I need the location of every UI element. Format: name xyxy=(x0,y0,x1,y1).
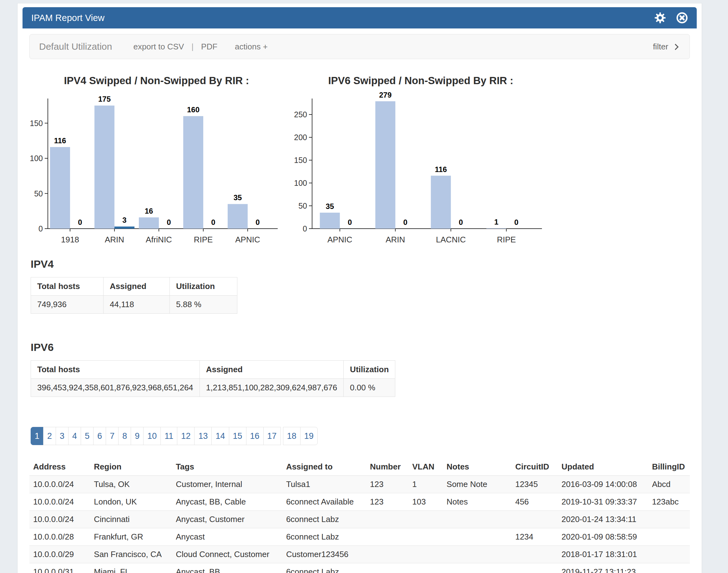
svg-text:35: 35 xyxy=(326,202,334,210)
filter-toggle[interactable]: filter xyxy=(653,42,678,52)
ipv4-total-hosts: 749,936 xyxy=(31,296,104,314)
table-row[interactable]: 10.0.0.0/31Miami, FLAnycast, BB6connect … xyxy=(30,563,690,573)
table-cell: 10.0.0.0/24 xyxy=(30,493,90,511)
svg-text:0: 0 xyxy=(256,218,260,226)
column-header: CircuitID xyxy=(512,458,558,476)
table-cell xyxy=(443,563,512,573)
table-cell xyxy=(366,546,408,563)
page-button-2[interactable]: 2 xyxy=(43,427,56,445)
table-cell: 2020-01-09 08:58:59 xyxy=(558,528,648,546)
svg-text:160: 160 xyxy=(187,105,200,114)
svg-text:0: 0 xyxy=(514,218,518,226)
table-cell xyxy=(648,528,690,546)
svg-text:250: 250 xyxy=(294,110,307,119)
page-button-10[interactable]: 10 xyxy=(143,427,161,445)
page-button-5[interactable]: 5 xyxy=(81,427,94,445)
table-row[interactable]: 10.0.0.0/28Frankfurt, GRAnycast6connect … xyxy=(30,528,690,546)
page-button-9[interactable]: 9 xyxy=(131,427,144,445)
svg-text:0: 0 xyxy=(459,218,463,226)
ipv4-chart-block: IPV4 Swipped / Non-Swipped By RIR : 0501… xyxy=(24,72,289,247)
table-row[interactable]: 10.0.0.0/24CincinnatiAnycast, Customer6c… xyxy=(30,511,690,528)
export-pdf-link[interactable]: PDF xyxy=(201,42,217,52)
page-button-16[interactable]: 16 xyxy=(246,427,264,445)
main-table: AddressRegionTagsAssigned toNumberVLANNo… xyxy=(30,458,690,573)
table-cell xyxy=(366,511,408,528)
page-button-7[interactable]: 7 xyxy=(106,427,118,445)
table-cell: 2018-01-17 18:31:01 xyxy=(558,546,648,563)
table-cell: 123 xyxy=(366,493,408,511)
svg-text:0: 0 xyxy=(403,218,407,226)
table-cell: 2019-10-31 09:33:37 xyxy=(558,493,648,511)
table-cell: 10.0.0.0/29 xyxy=(30,546,90,563)
table-cell: 6connect Labz xyxy=(282,528,366,546)
table-cell: 1 xyxy=(408,476,443,493)
page-button-12[interactable]: 12 xyxy=(177,427,194,445)
table-row[interactable]: 10.0.0.0/24London, UKAnycast, BB, Cable6… xyxy=(30,493,690,511)
table-cell xyxy=(648,546,690,563)
page-button-11[interactable]: 11 xyxy=(160,427,177,445)
ipv6-utilization: 0.00 % xyxy=(344,379,395,397)
svg-text:50: 50 xyxy=(34,189,43,198)
ipv6-heading: IPV6 xyxy=(31,341,695,354)
svg-text:APNIC: APNIC xyxy=(235,235,260,244)
column-header: VLAN xyxy=(408,458,443,476)
table-cell: Anycast, Customer xyxy=(172,511,282,528)
page-button-14[interactable]: 14 xyxy=(211,427,229,445)
table-row[interactable]: 10.0.0.0/24Tulsa, OKCustomer, InternalTu… xyxy=(30,476,690,493)
table-cell xyxy=(408,546,443,563)
table-row[interactable]: 10.0.0.0/29San Francisco, CACloud Connec… xyxy=(30,546,690,563)
page-button-6[interactable]: 6 xyxy=(93,427,106,445)
column-header: Updated xyxy=(558,458,648,476)
table-cell: Anycast xyxy=(172,528,282,546)
table-cell: Some Note xyxy=(443,476,512,493)
page-button-13[interactable]: 13 xyxy=(194,427,212,445)
ipv4-summary-table: Total hosts Assigned Utilization 749,936… xyxy=(31,277,237,314)
svg-text:35: 35 xyxy=(234,193,242,202)
table-cell: Frankfurt, GR xyxy=(90,528,172,546)
table-cell: 2020-01-24 13:34:11 xyxy=(558,511,648,528)
filter-label: filter xyxy=(653,42,668,52)
table-cell: 10.0.0.0/24 xyxy=(30,511,90,528)
ipv6-total-hosts: 396,453,924,358,601,876,923,968,651,264 xyxy=(31,379,200,397)
table-cell xyxy=(408,563,443,573)
svg-text:RIPE: RIPE xyxy=(194,235,213,244)
svg-text:0: 0 xyxy=(39,224,43,233)
table-cell xyxy=(366,528,408,546)
column-header: Assigned to xyxy=(282,458,366,476)
table-cell: Miami, FL xyxy=(90,563,172,573)
table-cell: 2016-03-09 14:00:08 xyxy=(558,476,648,493)
page-button-4[interactable]: 4 xyxy=(68,427,81,445)
svg-text:200: 200 xyxy=(294,133,307,142)
table-cell: London, UK xyxy=(90,493,172,511)
page-button-15[interactable]: 15 xyxy=(229,427,246,445)
svg-text:0: 0 xyxy=(303,224,307,233)
svg-text:150: 150 xyxy=(294,156,307,164)
gear-icon[interactable] xyxy=(653,11,667,25)
actions-menu[interactable]: actions + xyxy=(235,42,268,52)
page-button-18[interactable]: 18 xyxy=(283,427,300,445)
svg-text:0: 0 xyxy=(211,218,215,226)
page-button-17[interactable]: 17 xyxy=(263,427,281,445)
main-table-body: 10.0.0.0/24Tulsa, OKCustomer, InternalTu… xyxy=(30,476,690,573)
page-button-3[interactable]: 3 xyxy=(56,427,68,445)
svg-text:0: 0 xyxy=(78,218,82,226)
column-header: Assigned xyxy=(104,277,170,296)
table-cell: Cincinnati xyxy=(90,511,172,528)
page-button-19[interactable]: 19 xyxy=(300,427,318,445)
table-cell xyxy=(512,546,558,563)
table-row: 749,936 44,118 5.88 % xyxy=(31,296,237,314)
table-cell: 103 xyxy=(408,493,443,511)
table-cell: Anycast, BB xyxy=(172,563,282,573)
svg-text:AfriNIC: AfriNIC xyxy=(146,235,172,244)
column-header: Utilization xyxy=(170,277,237,296)
svg-text:LACNIC: LACNIC xyxy=(436,235,466,244)
table-cell: Notes xyxy=(443,493,512,511)
close-icon[interactable] xyxy=(675,11,689,25)
column-header: Number xyxy=(366,458,408,476)
export-csv-link[interactable]: export to CSV xyxy=(133,42,184,52)
table-cell: Tulsa, OK xyxy=(90,476,172,493)
table-cell xyxy=(443,528,512,546)
ipv4-assigned: 44,118 xyxy=(104,296,170,314)
page-button-8[interactable]: 8 xyxy=(118,427,131,445)
page-button-1[interactable]: 1 xyxy=(31,427,44,445)
